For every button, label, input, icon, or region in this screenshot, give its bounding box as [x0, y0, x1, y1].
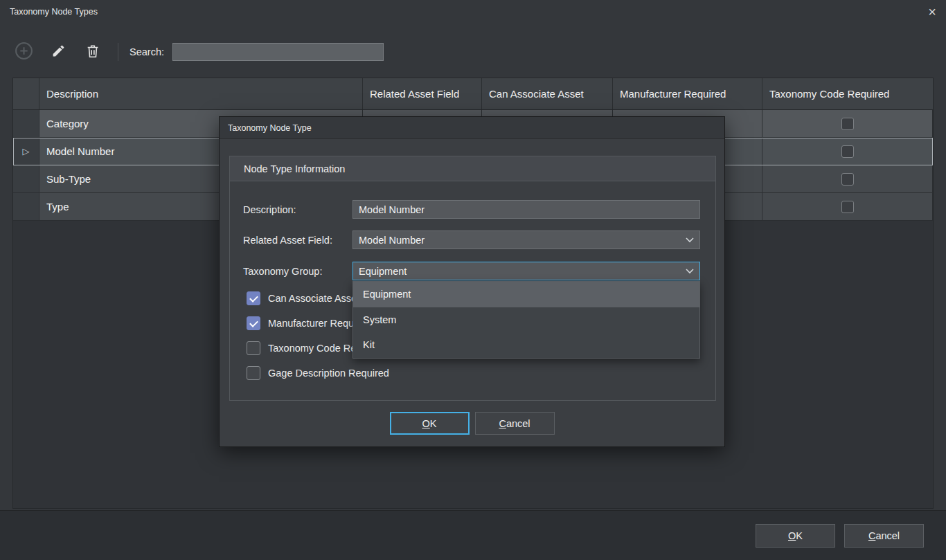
taxonomy-code-required-checkbox[interactable]: [841, 173, 854, 186]
row-taxonomy-code-required: [762, 193, 933, 220]
grid-header-row: Description Related Asset Field Can Asso…: [13, 78, 933, 110]
add-icon: [15, 42, 33, 62]
taxonomy-code-required-checkbox[interactable]: [841, 118, 854, 130]
related-asset-field-combo[interactable]: Model Number: [352, 231, 700, 249]
row-selector[interactable]: [13, 110, 39, 137]
grid-header-selector: [13, 78, 39, 109]
taxonomy-node-type-dialog: Taxonomy Node Type Node Type Information…: [219, 116, 725, 447]
dialog-title: Taxonomy Node Type: [228, 123, 312, 133]
window-footer: OK Cancel: [0, 510, 946, 560]
chevron-down-icon: [680, 269, 699, 274]
row-selector[interactable]: [13, 165, 39, 192]
window-title: Taxonomy Node Types: [10, 7, 98, 17]
taxonomy-group-label: Taxonomy Group:: [243, 262, 322, 280]
row-expander-icon: ▷: [23, 146, 30, 156]
description-label: Description:: [243, 200, 296, 219]
grid-header-description[interactable]: Description: [39, 78, 363, 109]
dropdown-option-kit[interactable]: Kit: [353, 332, 699, 358]
checkbox-label: Gage Description Required: [268, 368, 389, 379]
grid-header-related-asset-field[interactable]: Related Asset Field: [363, 78, 482, 109]
gage-description-required-option[interactable]: Gage Description Required: [247, 366, 389, 380]
search-label: Search:: [130, 46, 164, 57]
row-taxonomy-code-required: [762, 138, 933, 165]
dialog-titlebar: Taxonomy Node Type: [220, 117, 724, 139]
related-asset-field-label: Related Asset Field:: [243, 231, 332, 249]
manufacturer-required-checkbox[interactable]: [247, 316, 260, 330]
taxonomy-code-required-checkbox[interactable]: [247, 341, 260, 355]
taxonomy-code-required-checkbox[interactable]: [841, 145, 854, 158]
dialog-cancel-button[interactable]: Cancel: [475, 412, 555, 435]
row-selector[interactable]: ▷: [13, 138, 39, 165]
can-associate-asset-option[interactable]: Can Associate Asset: [247, 291, 359, 305]
taxonomy-group-value: Equipment: [353, 266, 680, 277]
dropdown-option-equipment[interactable]: Equipment: [353, 282, 699, 307]
add-button[interactable]: [12, 41, 35, 63]
trash-icon: [85, 44, 100, 61]
toolbar-separator: [118, 43, 118, 61]
checkbox-label: Can Associate Asset: [268, 293, 359, 304]
pencil-icon: [51, 44, 66, 60]
groupbox-title: Node Type Information: [230, 156, 715, 181]
taxonomy-node-types-window: Taxonomy Node Types × Search: Descriptio…: [0, 0, 946, 560]
row-taxonomy-code-required: [762, 165, 933, 192]
row-selector[interactable]: [13, 193, 39, 220]
grid-header-taxonomy-code-required[interactable]: Taxonomy Code Required: [762, 78, 933, 109]
delete-button[interactable]: [82, 41, 104, 63]
related-asset-field-value: Model Number: [353, 235, 680, 246]
ok-button[interactable]: OK: [756, 524, 835, 548]
dialog-ok-button[interactable]: OK: [390, 412, 470, 435]
cancel-button[interactable]: Cancel: [844, 524, 924, 548]
dialog-button-bar: OK Cancel: [220, 412, 724, 435]
taxonomy-group-combo[interactable]: Equipment: [352, 262, 700, 280]
row-taxonomy-code-required: [762, 110, 933, 137]
taxonomy-group-dropdown: Equipment System Kit: [352, 281, 700, 359]
grid-header-can-associate-asset[interactable]: Can Associate Asset: [482, 78, 613, 109]
toolbar: Search:: [12, 40, 384, 64]
taxonomy-code-required-checkbox[interactable]: [841, 201, 854, 213]
dropdown-option-system[interactable]: System: [353, 307, 699, 333]
gage-description-required-checkbox[interactable]: [247, 366, 260, 380]
close-icon[interactable]: ×: [928, 5, 936, 19]
window-titlebar: Taxonomy Node Types ×: [0, 0, 946, 24]
edit-button[interactable]: [47, 41, 69, 63]
can-associate-asset-checkbox[interactable]: [247, 291, 260, 305]
chevron-down-icon: [680, 237, 699, 243]
search-input[interactable]: [172, 43, 384, 61]
description-input[interactable]: [352, 200, 700, 219]
grid-header-manufacturer-required[interactable]: Manufacturer Required: [613, 78, 762, 109]
